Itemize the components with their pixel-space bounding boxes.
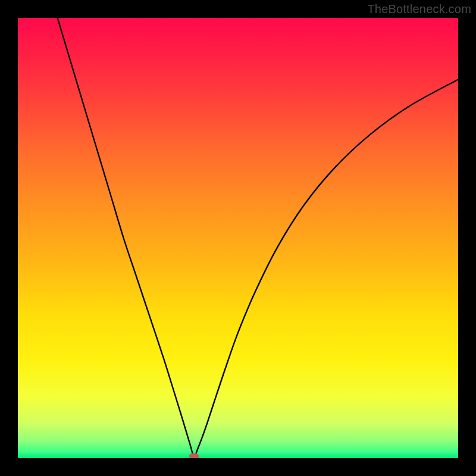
watermark-text: TheBottleneck.com — [367, 2, 471, 16]
plot-area — [18, 18, 458, 458]
bottleneck-curve — [18, 18, 458, 458]
minimum-marker — [189, 453, 199, 458]
